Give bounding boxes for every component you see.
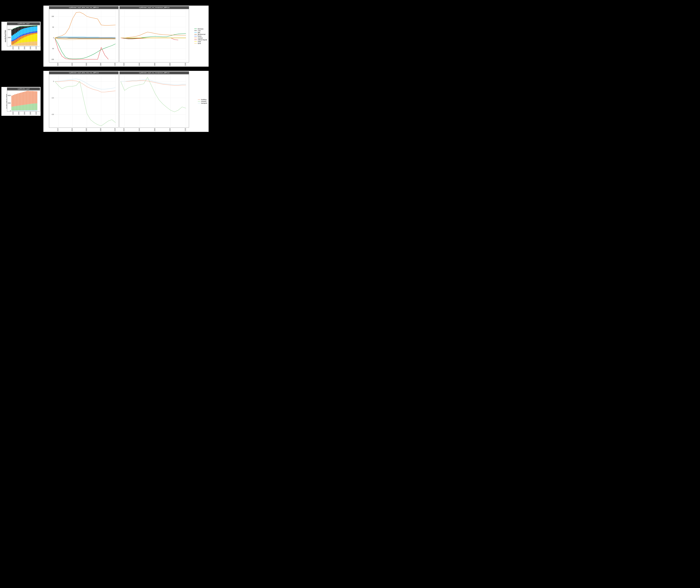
svg-text:2100: 2100 xyxy=(35,46,37,50)
bar-hydro xyxy=(30,32,31,33)
bar-gas xyxy=(11,36,13,40)
bar-transport xyxy=(23,110,24,111)
bar-gas xyxy=(22,29,23,35)
bar-transport xyxy=(11,110,13,111)
bar-gas xyxy=(20,30,21,35)
bar-hydro xyxy=(17,37,18,38)
bar-nuclear xyxy=(16,39,17,42)
legend-tech: biomasscoalgasgeothermalhydronuclearrefi… xyxy=(194,27,208,45)
facet-strip: rcp85hotter_ssp3_nuc_moratorium_diffPrcn… xyxy=(119,71,189,74)
bar-coal xyxy=(36,26,37,26)
bar-industry xyxy=(13,106,14,110)
bar-building xyxy=(17,94,18,106)
bar-gas xyxy=(36,26,37,31)
bar-industry xyxy=(17,106,18,110)
bar-coal xyxy=(20,26,21,30)
bar-refined liquids xyxy=(13,44,14,44)
bar-wind xyxy=(32,42,33,46)
facet-strip: rcp85hotter_ssp3 xyxy=(7,22,40,25)
facet-strip: rcp85hotter_ssp3_nuc_moratorium_diffPrcn… xyxy=(119,6,189,9)
svg-text:2080: 2080 xyxy=(169,63,171,66)
bar-wind xyxy=(23,42,24,46)
legend-label: building xyxy=(201,99,207,100)
line-biomass xyxy=(55,38,115,59)
bar-hydro xyxy=(23,34,24,35)
bar-solar xyxy=(19,40,20,43)
panel-row: rcp85hotter_ssp3_allow_new_nuc_diffPrcnt… xyxy=(49,6,189,62)
svg-text:-100: -100 xyxy=(51,59,54,60)
svg-text:2080: 2080 xyxy=(30,46,31,50)
bar-solar xyxy=(33,34,34,42)
bar-industry xyxy=(22,105,23,110)
legend-item-hydro: hydro xyxy=(194,35,207,37)
bar-wind xyxy=(26,42,27,46)
svg-text:2040: 2040 xyxy=(18,112,20,115)
bar-biomass xyxy=(26,26,27,26)
bar-building xyxy=(19,93,20,106)
bar-biomass xyxy=(13,29,14,29)
svg-text:2060: 2060 xyxy=(24,112,25,115)
svg-text:2060: 2060 xyxy=(86,128,87,131)
bar-biomass xyxy=(19,26,20,27)
bar-coal xyxy=(23,26,24,29)
bar-coal xyxy=(29,26,30,27)
bar-industry xyxy=(26,104,27,110)
bar-wind xyxy=(27,42,29,46)
bar-building xyxy=(30,91,31,104)
bar-building xyxy=(27,91,29,104)
bar-nuclear xyxy=(14,40,16,43)
bar-wind xyxy=(25,42,26,46)
svg-text:2040: 2040 xyxy=(71,63,73,66)
legend-label: geothermal xyxy=(198,33,205,35)
legend-item-building: building xyxy=(198,99,207,100)
line-transport xyxy=(55,79,115,89)
bar-gas xyxy=(35,26,36,31)
bar-solar xyxy=(23,38,24,42)
bar-gas xyxy=(26,28,27,33)
bar-hydro xyxy=(27,33,29,34)
bar-nuclear xyxy=(30,33,31,35)
line-nuclear xyxy=(121,32,186,38)
bar-solar xyxy=(29,35,30,42)
bar-nuclear xyxy=(22,36,23,38)
svg-text:2060: 2060 xyxy=(86,63,87,66)
svg-text:0: 0 xyxy=(53,81,54,82)
bar-gas xyxy=(33,27,34,31)
bar-gas xyxy=(29,27,30,32)
bar-transport xyxy=(36,110,37,111)
svg-text:2040: 2040 xyxy=(139,128,140,131)
bar-industry xyxy=(35,103,36,110)
bar-industry xyxy=(29,104,30,110)
bar-wind xyxy=(16,44,17,46)
bar-transport xyxy=(20,110,21,111)
bar-hydro xyxy=(36,31,37,32)
bar-nuclear xyxy=(26,34,27,36)
bar-building xyxy=(26,91,27,105)
bar-solar xyxy=(30,35,31,42)
bar-nuclear xyxy=(20,37,21,39)
bar-wind xyxy=(29,42,30,46)
bar-geothermal xyxy=(14,39,16,39)
bar-coal xyxy=(25,26,26,28)
bar-gas xyxy=(17,32,18,37)
bar-transport xyxy=(13,110,14,111)
legend-item-solar: solar xyxy=(194,41,207,42)
svg-text:2080: 2080 xyxy=(30,112,31,115)
bar-solar xyxy=(16,42,17,44)
ylabel-row1: elecByTechTWh xyxy=(4,30,7,43)
bar-wind xyxy=(36,41,37,46)
svg-text:2080: 2080 xyxy=(169,128,171,131)
bar-industry xyxy=(19,106,20,110)
bar-transport xyxy=(30,110,31,111)
svg-text:2020: 2020 xyxy=(123,128,125,131)
bar-building xyxy=(22,92,23,105)
bar-biomass xyxy=(14,28,16,28)
legend-label: transport xyxy=(201,102,207,104)
bar-hydro xyxy=(29,32,30,34)
bar-coal xyxy=(30,26,31,27)
bar-nuclear xyxy=(13,41,14,44)
bar-industry xyxy=(30,104,31,110)
bar-coal xyxy=(17,27,18,32)
bar-transport xyxy=(32,110,33,111)
legend-item-coal: coal xyxy=(194,30,207,31)
